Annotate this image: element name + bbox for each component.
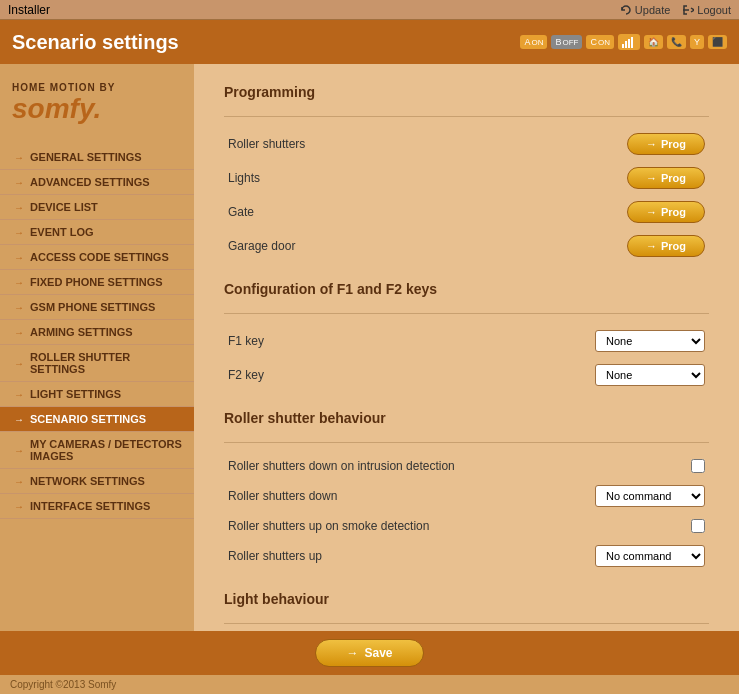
arrow-icon: → [14, 501, 24, 512]
arrow-icon: → [14, 227, 24, 238]
shutters-up-row: Roller shutters up No command All shutte… [224, 545, 709, 567]
installer-label: Installer [8, 3, 50, 17]
sidebar-item-label: General Settings [30, 151, 142, 163]
status-extra: ⬛ [708, 35, 727, 49]
shutters-down-select[interactable]: No command All shutters Shutter 1 [595, 485, 705, 507]
shutters-smoke-row: Roller shutters up on smoke detection [224, 519, 709, 533]
garage-door-label: Garage door [228, 239, 627, 253]
light-behaviour-section: Light behaviour Light on intrusion detec… [224, 591, 709, 631]
header: Scenario settings AON BOFF CON 🏠 📞 Y ⬛ [0, 20, 739, 64]
f1-key-label: F1 key [228, 334, 595, 348]
topbar: Installer Update Logout [0, 0, 739, 20]
sidebar-item-fixed-phone[interactable]: → Fixed Phone Settings [0, 270, 194, 295]
svg-rect-1 [625, 41, 627, 48]
arrow-icon: → [14, 358, 24, 369]
sidebar-item-roller-shutter[interactable]: → Roller Shutter Settings [0, 345, 194, 382]
gate-prog-button[interactable]: Prog [627, 201, 705, 223]
garage-door-row: Garage door Prog [224, 235, 709, 257]
sidebar-item-access-code[interactable]: → Access Code Settings [0, 245, 194, 270]
shutters-up-label: Roller shutters up [228, 549, 595, 563]
svg-rect-2 [628, 39, 630, 48]
status-signal [618, 34, 640, 50]
sidebar-item-interface[interactable]: → Interface Settings [0, 494, 194, 519]
shutters-intrusion-checkbox[interactable] [691, 459, 705, 473]
lights-row: Lights Prog [224, 167, 709, 189]
sidebar-item-cameras[interactable]: → My Cameras / Detectors Images [0, 432, 194, 469]
shutters-down-label: Roller shutters down [228, 489, 595, 503]
gate-label: Gate [228, 205, 627, 219]
status-a: AON [520, 35, 547, 49]
sidebar-item-gsm-phone[interactable]: → GSM Phone Settings [0, 295, 194, 320]
main: HOME MOTION BY somfy. → General Settings… [0, 64, 739, 631]
arrow-icon: → [14, 476, 24, 487]
f2-key-select[interactable]: None Scenario 1 Scenario 2 [595, 364, 705, 386]
sidebar-item-label: GSM Phone Settings [30, 301, 155, 313]
status-b: BOFF [551, 35, 582, 49]
sidebar-item-label: Light Settings [30, 388, 121, 400]
sidebar-item-label: Fixed Phone Settings [30, 276, 163, 288]
status-icons: AON BOFF CON 🏠 📞 Y ⬛ [520, 34, 727, 50]
f1f2-title: Configuration of F1 and F2 keys [224, 281, 709, 297]
sidebar-item-network[interactable]: → Network Settings [0, 469, 194, 494]
svg-rect-0 [622, 44, 624, 48]
roller-behaviour-title: Roller shutter behaviour [224, 410, 709, 426]
divider [224, 623, 709, 624]
sidebar-item-label: Access Code Settings [30, 251, 169, 263]
programming-section: Programming Roller shutters Prog Lights … [224, 84, 709, 257]
logo-area: HOME MOTION BY somfy. [0, 72, 194, 145]
divider [224, 442, 709, 443]
lights-label: Lights [228, 171, 627, 185]
light-behaviour-title: Light behaviour [224, 591, 709, 607]
sidebar-item-event-log[interactable]: → Event Log [0, 220, 194, 245]
sidebar-item-arming[interactable]: → Arming Settings [0, 320, 194, 345]
sidebar-item-label: Advanced Settings [30, 176, 150, 188]
sidebar-item-device-list[interactable]: → Device List [0, 195, 194, 220]
shutters-smoke-checkbox[interactable] [691, 519, 705, 533]
divider [224, 116, 709, 117]
sidebar-item-label: Interface Settings [30, 500, 150, 512]
f2-key-row: F2 key None Scenario 1 Scenario 2 [224, 364, 709, 386]
arrow-icon: → [14, 445, 24, 456]
roller-shutters-prog-button[interactable]: Prog [627, 133, 705, 155]
top-actions: Update Logout [620, 4, 731, 16]
divider [224, 313, 709, 314]
arrow-icon: → [14, 389, 24, 400]
sidebar-item-label: Scenario Settings [30, 413, 146, 425]
arrow-icon: → [14, 414, 24, 425]
arrow-icon: → [14, 277, 24, 288]
lights-prog-button[interactable]: Prog [627, 167, 705, 189]
status-c: CON [586, 35, 614, 49]
sidebar-item-label: My Cameras / Detectors Images [30, 438, 184, 462]
f1-key-select[interactable]: None Scenario 1 Scenario 2 [595, 330, 705, 352]
roller-behaviour-section: Roller shutter behaviour Roller shutters… [224, 410, 709, 567]
shutters-intrusion-label: Roller shutters down on intrusion detect… [228, 459, 691, 473]
sidebar-item-scenario[interactable]: → Scenario Settings [0, 407, 194, 432]
sidebar-item-label: Arming Settings [30, 326, 133, 338]
sidebar-item-label: Event Log [30, 226, 94, 238]
logo-small: HOME MOTION BY [12, 82, 182, 93]
shutters-up-select[interactable]: No command All shutters Shutter 1 [595, 545, 705, 567]
arrow-icon: → [14, 252, 24, 263]
shutters-down-row: Roller shutters down No command All shut… [224, 485, 709, 507]
sidebar-item-light[interactable]: → Light Settings [0, 382, 194, 407]
logo-brand: somfy. [12, 93, 182, 125]
f2-key-label: F2 key [228, 368, 595, 382]
save-button[interactable]: Save [315, 639, 423, 667]
roller-shutters-label: Roller shutters [228, 137, 627, 151]
logout-button[interactable]: Logout [682, 4, 731, 16]
footer: Save [0, 631, 739, 675]
page-title: Scenario settings [12, 31, 179, 54]
arrow-icon: → [14, 177, 24, 188]
content-area: Programming Roller shutters Prog Lights … [194, 64, 739, 631]
sidebar-item-general[interactable]: → General Settings [0, 145, 194, 170]
garage-door-prog-button[interactable]: Prog [627, 235, 705, 257]
arrow-icon: → [14, 202, 24, 213]
programming-title: Programming [224, 84, 709, 100]
update-button[interactable]: Update [620, 4, 670, 16]
sidebar-item-label: Network Settings [30, 475, 145, 487]
shutters-intrusion-row: Roller shutters down on intrusion detect… [224, 459, 709, 473]
shutters-smoke-label: Roller shutters up on smoke detection [228, 519, 691, 533]
sidebar-item-advanced[interactable]: → Advanced Settings [0, 170, 194, 195]
status-house: 🏠 [644, 35, 663, 49]
sidebar: HOME MOTION BY somfy. → General Settings… [0, 64, 194, 631]
